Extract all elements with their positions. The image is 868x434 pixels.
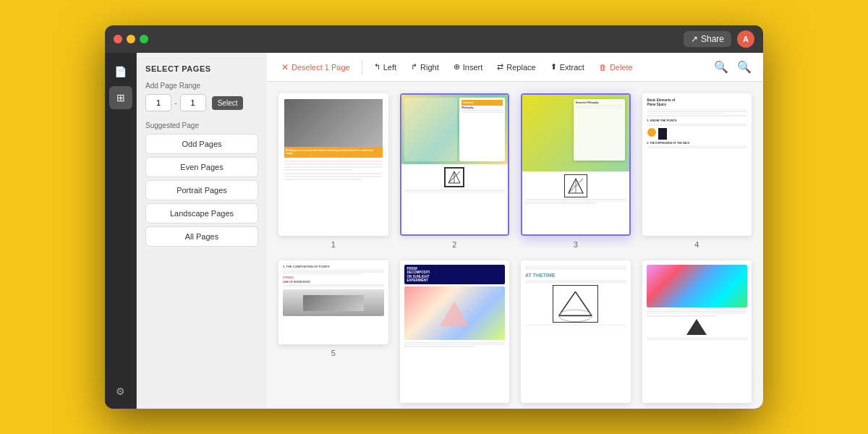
page-thumb-5[interactable]: 3. THE COMPOSITION OF POINTS String LINE… bbox=[278, 260, 388, 345]
page-number-1: 1 bbox=[331, 240, 336, 249]
maximize-button[interactable] bbox=[140, 35, 148, 43]
page-item-4[interactable]: Basic Elements ofPlane Space 1. KNOW THE… bbox=[642, 93, 752, 249]
odd-pages-button[interactable]: Odd Pages bbox=[145, 134, 258, 154]
titlebar-actions: ↗ Share A bbox=[684, 30, 754, 48]
portrait-pages-button[interactable]: Portrait Pages bbox=[145, 180, 258, 200]
page-thumb-6[interactable]: PRISMDECOMPOSITION SUNLIGHTEXPERIMENT bbox=[400, 260, 510, 403]
page-item-5[interactable]: 3. THE COMPOSITION OF POINTS String LINE… bbox=[278, 260, 388, 409]
page-number-6: 6 bbox=[452, 407, 456, 409]
sidebar-title: SELECT PAGES bbox=[145, 64, 258, 73]
deselect-button[interactable]: ✕ Deselect 1 Page bbox=[276, 59, 356, 75]
select-range-button[interactable]: Select bbox=[212, 96, 244, 110]
page-number-3: 3 bbox=[574, 240, 578, 249]
share-button[interactable]: ↗ Share bbox=[684, 31, 731, 47]
page-number-7: 7 bbox=[574, 407, 578, 409]
page-thumb-7[interactable]: AT THETIME bbox=[521, 260, 631, 403]
close-button[interactable] bbox=[114, 35, 122, 43]
extract-icon: ⬆ bbox=[550, 62, 557, 72]
page-number-8: 8 bbox=[694, 407, 699, 409]
page-item-7[interactable]: AT THETIME bbox=[521, 260, 631, 409]
left-button[interactable]: ↰ Left bbox=[368, 59, 402, 75]
page-item-1[interactable]: Building environment information modelin… bbox=[278, 93, 388, 249]
suggested-label: Suggested Page bbox=[145, 122, 258, 129]
page-item-2[interactable]: Geometric Philosophy bbox=[400, 93, 510, 249]
insert-icon: ⊕ bbox=[454, 62, 460, 72]
replace-button[interactable]: ⇄ Replace bbox=[491, 59, 541, 75]
page-thumb-8[interactable] bbox=[642, 260, 752, 403]
traffic-lights bbox=[114, 35, 148, 43]
app-window: ↗ Share A 📄 ⊞ ⚙ SELECT PAGES Add Page Ra… bbox=[105, 25, 763, 409]
deselect-x-icon: ✕ bbox=[281, 62, 289, 72]
right-button[interactable]: ↱ Right bbox=[405, 59, 445, 75]
page-range-label: Add Page Range bbox=[145, 82, 258, 90]
svg-line-8 bbox=[576, 292, 592, 315]
right-icon: ↱ bbox=[411, 62, 417, 72]
page-thumb-1[interactable]: Building environment information modelin… bbox=[278, 93, 388, 236]
page-range-from[interactable] bbox=[145, 94, 171, 111]
even-pages-button[interactable]: Even Pages bbox=[145, 157, 258, 177]
left-icon-bar: 📄 ⊞ ⚙ bbox=[105, 53, 137, 409]
range-separator: - bbox=[174, 98, 177, 107]
page-item-8[interactable]: 8 bbox=[642, 260, 752, 409]
replace-icon: ⇄ bbox=[497, 62, 503, 72]
page-range-section: Add Page Range - Select bbox=[145, 82, 258, 111]
landscape-pages-button[interactable]: Landscape Pages bbox=[145, 203, 258, 224]
toolbar-zoom: 🔍 🔍 bbox=[711, 57, 754, 77]
svg-line-7 bbox=[559, 292, 576, 315]
page-thumb-2[interactable]: Geometric Philosophy bbox=[400, 93, 510, 236]
delete-icon: 🗑 bbox=[599, 63, 607, 72]
sidebar: SELECT PAGES Add Page Range - Select Sug… bbox=[137, 53, 267, 409]
page-number-4: 4 bbox=[694, 240, 699, 249]
toolbar-separator-1 bbox=[362, 60, 362, 75]
page-item-3[interactable]: Geometric Philosophy bbox=[521, 93, 631, 249]
left-icon: ↰ bbox=[374, 62, 380, 72]
all-pages-button[interactable]: All Pages bbox=[145, 226, 258, 247]
page-thumb-3[interactable]: Geometric Philosophy bbox=[521, 93, 631, 236]
zoom-out-button[interactable]: 🔍 bbox=[711, 57, 731, 77]
main-content: ✕ Deselect 1 Page ↰ Left ↱ Right ⊕ Inser… bbox=[267, 53, 763, 409]
insert-button[interactable]: ⊕ Insert bbox=[448, 59, 489, 75]
share-icon: ↗ bbox=[691, 34, 698, 44]
extract-button[interactable]: ⬆ Extract bbox=[545, 59, 590, 75]
toolbar: ✕ Deselect 1 Page ↰ Left ↱ Right ⊕ Inser… bbox=[267, 53, 763, 82]
zoom-in-button[interactable]: 🔍 bbox=[734, 57, 754, 77]
page-range-to[interactable] bbox=[180, 94, 206, 111]
minimize-button[interactable] bbox=[127, 35, 135, 43]
titlebar: ↗ Share A bbox=[105, 25, 763, 53]
page-number-2: 2 bbox=[452, 240, 456, 249]
delete-button[interactable]: 🗑 Delete bbox=[593, 60, 639, 75]
page-item-6[interactable]: PRISMDECOMPOSITION SUNLIGHTEXPERIMENT bbox=[400, 260, 510, 409]
page-thumb-4[interactable]: Basic Elements ofPlane Space 1. KNOW THE… bbox=[642, 93, 752, 236]
page-number-5: 5 bbox=[331, 349, 336, 357]
avatar: A bbox=[737, 30, 754, 48]
app-body: 📄 ⊞ ⚙ SELECT PAGES Add Page Range - Sele… bbox=[105, 53, 763, 409]
tool-icon-2[interactable]: ⊞ bbox=[109, 86, 132, 109]
pages-grid: Building environment information modelin… bbox=[267, 82, 763, 409]
page-range-row: - Select bbox=[145, 94, 258, 111]
tool-icon-3[interactable]: ⚙ bbox=[109, 380, 132, 403]
tool-icon-1[interactable]: 📄 bbox=[109, 60, 132, 83]
